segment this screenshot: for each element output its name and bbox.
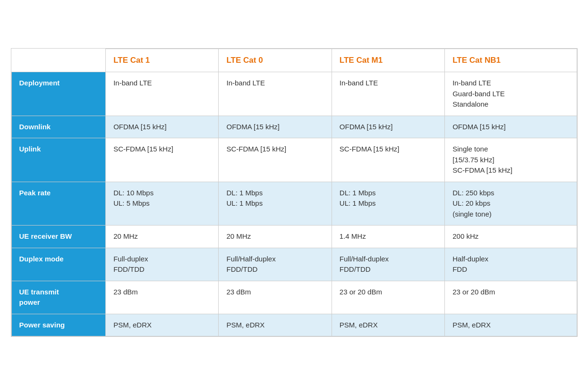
row-label-4: UE receiver BW	[11, 226, 106, 248]
cell-row0-col1: In-band LTE	[219, 72, 332, 116]
row-label-5: Duplex mode	[11, 248, 106, 281]
cell-row0-col0: In-band LTE	[106, 72, 219, 116]
cell-row5-col3: Half-duplex FDD	[445, 248, 577, 281]
cell-row7-col2: PSM, eDRX	[332, 314, 444, 336]
row-label-6: UE transmit power	[11, 281, 106, 314]
cell-row3-col1: DL: 1 Mbps UL: 1 Mbps	[219, 182, 332, 226]
cell-row7-col3: PSM, eDRX	[445, 314, 577, 336]
cell-row3-col0: DL: 10 Mbps UL: 5 Mbps	[106, 182, 219, 226]
cell-row2-col2: SC-FDMA [15 kHz]	[332, 138, 444, 182]
cell-row6-col2: 23 or 20 dBm	[332, 281, 444, 314]
cell-row3-col2: DL: 1 Mbps UL: 1 Mbps	[332, 182, 444, 226]
cell-row4-col0: 20 MHz	[106, 226, 219, 248]
cell-row4-col2: 1.4 MHz	[332, 226, 444, 248]
cell-row0-col3: In-band LTE Guard-band LTE Standalone	[445, 72, 577, 116]
cell-row2-col3: Single tone [15/3.75 kHz] SC-FDMA [15 kH…	[445, 138, 577, 182]
cell-row6-col1: 23 dBm	[219, 281, 332, 314]
cell-row5-col1: Full/Half-duplex FDD/TDD	[219, 248, 332, 281]
cell-row1-col3: OFDMA [15 kHz]	[445, 116, 577, 138]
col-header-empty	[11, 49, 106, 72]
cell-row4-col3: 200 kHz	[445, 226, 577, 248]
cell-row6-col0: 23 dBm	[106, 281, 219, 314]
cell-row4-col1: 20 MHz	[219, 226, 332, 248]
cell-row5-col0: Full-duplex FDD/TDD	[106, 248, 219, 281]
col-header-lte-cat1: LTE Cat 1	[106, 49, 219, 72]
row-label-7: Power saving	[11, 314, 106, 336]
cell-row6-col3: 23 or 20 dBm	[445, 281, 577, 314]
row-label-3: Peak rate	[11, 182, 106, 226]
cell-row1-col1: OFDMA [15 kHz]	[219, 116, 332, 138]
cell-row3-col3: DL: 250 kbps UL: 20 kbps (single tone)	[445, 182, 577, 226]
col-header-lte-catnb1: LTE Cat NB1	[445, 49, 577, 72]
cell-row2-col0: SC-FDMA [15 kHz]	[106, 138, 219, 182]
cell-row1-col2: OFDMA [15 kHz]	[332, 116, 444, 138]
cell-row7-col1: PSM, eDRX	[219, 314, 332, 336]
row-label-1: Downlink	[11, 116, 106, 138]
row-label-2: Uplink	[11, 138, 106, 182]
col-header-lte-cat0: LTE Cat 0	[219, 49, 332, 72]
cell-row0-col2: In-band LTE	[332, 72, 444, 116]
cell-row7-col0: PSM, eDRX	[106, 314, 219, 336]
cell-row2-col1: SC-FDMA [15 kHz]	[219, 138, 332, 182]
cell-row1-col0: OFDMA [15 kHz]	[106, 116, 219, 138]
cell-row5-col2: Full/Half-duplex FDD/TDD	[332, 248, 444, 281]
col-header-lte-catm1: LTE Cat M1	[332, 49, 444, 72]
row-label-0: Deployment	[11, 72, 106, 116]
